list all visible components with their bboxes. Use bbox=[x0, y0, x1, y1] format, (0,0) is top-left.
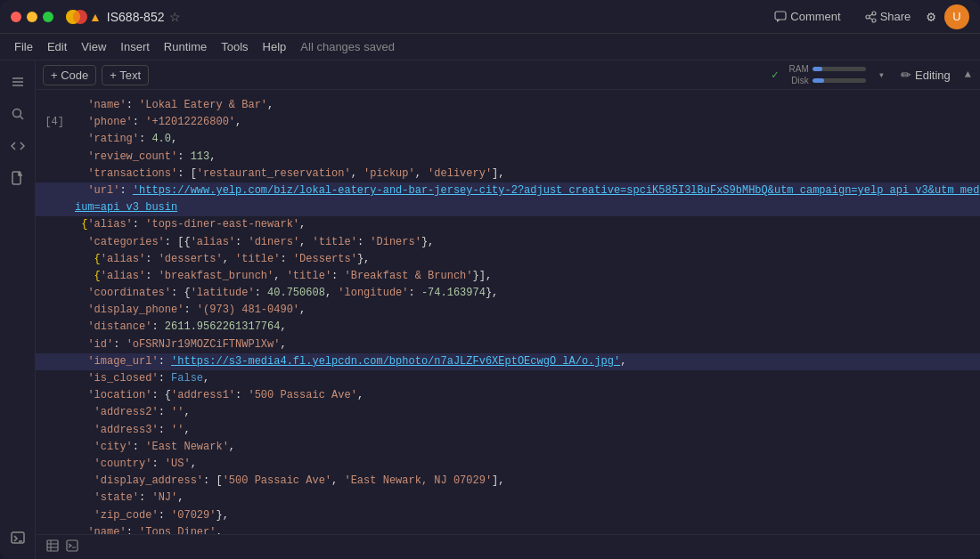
bottom-table-icon[interactable] bbox=[43, 538, 62, 557]
line-number bbox=[43, 302, 75, 319]
menu-view[interactable]: View bbox=[74, 37, 113, 56]
code-line-22: 'display_address': ['500 Passaic Ave', '… bbox=[36, 473, 980, 490]
code-line-16: 'is_closed': False, bbox=[36, 370, 980, 387]
sidebar-terminal-icon[interactable] bbox=[4, 523, 32, 552]
line-number bbox=[43, 456, 75, 473]
maximize-button[interactable] bbox=[43, 12, 53, 22]
code-line-10: {'alias': 'breakfast_brunch', 'title': '… bbox=[36, 268, 980, 285]
line-number bbox=[43, 490, 75, 506]
ram-bar-fill bbox=[813, 67, 822, 71]
disk-label: Disk bbox=[784, 76, 809, 85]
ram-disk-dropdown-icon[interactable]: ▾ bbox=[875, 67, 888, 84]
code-line-3: 'rating': 4.0, bbox=[36, 131, 980, 148]
settings-icon[interactable]: ⚙ bbox=[927, 8, 935, 26]
line-number bbox=[43, 251, 75, 268]
notebook-area: + Code + Text ✓ RAM Disk bbox=[36, 61, 980, 559]
menu-bar: File Edit View Insert Runtime Tools Help… bbox=[0, 34, 980, 61]
line-number bbox=[43, 387, 75, 404]
colab-logo-icon bbox=[64, 8, 89, 26]
sidebar-files-icon[interactable] bbox=[4, 164, 32, 192]
line-number bbox=[43, 473, 75, 490]
sidebar-toc-icon[interactable] bbox=[4, 68, 32, 96]
svg-rect-18 bbox=[47, 540, 58, 551]
code-line-8: 'categories': [{'alias': 'diners', 'titl… bbox=[36, 234, 980, 251]
ram-row: RAM bbox=[784, 64, 866, 74]
svg-line-8 bbox=[869, 18, 872, 20]
line-number bbox=[43, 182, 75, 216]
drive-icon: ▲ bbox=[89, 10, 102, 24]
line-number-special: [4] bbox=[43, 114, 75, 131]
notebook-name-label: IS688-852 bbox=[107, 10, 165, 24]
code-line-14: 'id': 'oFSRNJr19MOZCiFTNWPlXw', bbox=[36, 336, 980, 353]
code-line-20: 'city': 'East Newark', bbox=[36, 439, 980, 456]
add-code-button[interactable]: + Code bbox=[43, 65, 96, 85]
svg-point-6 bbox=[872, 19, 876, 22]
editing-label: Editing bbox=[915, 69, 951, 82]
line-number bbox=[43, 285, 75, 302]
sidebar-code-icon[interactable] bbox=[4, 132, 32, 160]
disk-row: Disk bbox=[784, 76, 866, 85]
comment-icon bbox=[774, 11, 787, 23]
collapse-icon[interactable]: ▲ bbox=[963, 67, 973, 83]
editing-button[interactable]: ✏ Editing bbox=[894, 65, 958, 85]
menu-help[interactable]: Help bbox=[256, 37, 294, 56]
code-line-12: 'display_phone': '(973) 481-0490', bbox=[36, 302, 980, 319]
line-number bbox=[43, 353, 75, 370]
line-number bbox=[43, 524, 75, 534]
svg-rect-3 bbox=[775, 12, 786, 20]
code-line-24: 'zip_code': '07029'}, bbox=[36, 507, 980, 524]
line-number bbox=[43, 370, 75, 387]
code-line-17: 'location': {'address1': '500 Passaic Av… bbox=[36, 387, 980, 404]
svg-point-12 bbox=[12, 109, 20, 117]
comment-button[interactable]: Comment bbox=[767, 6, 847, 27]
line-number bbox=[43, 404, 75, 421]
ram-label: RAM bbox=[784, 64, 809, 74]
code-line-11: 'coordinates': {'latitude': 40.750608, '… bbox=[36, 285, 980, 302]
code-line-13: 'distance': 2611.9562261317764, bbox=[36, 319, 980, 336]
code-line-6-url: 'url': 'https://www.yelp.com/biz/lokal-e… bbox=[36, 182, 980, 216]
share-button[interactable]: Share bbox=[857, 6, 919, 27]
add-text-button[interactable]: + Text bbox=[102, 65, 149, 85]
bottom-terminal-icon[interactable] bbox=[62, 538, 82, 557]
code-line-15-url: 'image_url': 'https://s3-media4.fl.yelpc… bbox=[36, 353, 980, 370]
line-number bbox=[43, 216, 75, 233]
bottom-toolbar bbox=[36, 534, 980, 559]
minimize-button[interactable] bbox=[27, 12, 37, 22]
menu-file[interactable]: File bbox=[7, 37, 40, 56]
ram-bar bbox=[813, 67, 866, 71]
close-button[interactable] bbox=[11, 12, 21, 22]
code-line-21: 'country': 'US', bbox=[36, 456, 980, 473]
svg-point-4 bbox=[866, 15, 870, 19]
svg-line-7 bbox=[869, 14, 872, 16]
menu-edit[interactable]: Edit bbox=[40, 37, 74, 56]
line-number bbox=[43, 131, 75, 148]
avatar[interactable]: U bbox=[944, 4, 969, 29]
code-area[interactable]: 'name': 'Lokal Eatery & Bar', [4] 'phone… bbox=[36, 90, 980, 534]
code-line-23: 'state': 'NJ', bbox=[36, 490, 980, 506]
disk-bar-fill bbox=[813, 78, 824, 83]
sidebar-search-icon[interactable] bbox=[4, 100, 32, 128]
code-line-2: [4] 'phone': '+12012226800', bbox=[36, 114, 980, 131]
menu-runtime[interactable]: Runtime bbox=[157, 37, 214, 56]
line-number bbox=[43, 507, 75, 524]
svg-point-2 bbox=[66, 10, 80, 24]
code-line-4: 'review_count': 113, bbox=[36, 149, 980, 166]
editing-pencil-icon: ✏ bbox=[901, 68, 911, 82]
code-line-9: {'alias': 'desserts', 'title': 'Desserts… bbox=[36, 251, 980, 268]
line-number bbox=[43, 319, 75, 336]
line-number bbox=[43, 234, 75, 251]
line-number bbox=[43, 422, 75, 439]
code-line-18: 'address2': '', bbox=[36, 404, 980, 421]
code-line-1: 'name': 'Lokal Eatery & Bar', bbox=[36, 97, 980, 114]
traffic-lights bbox=[11, 12, 53, 22]
line-number bbox=[43, 336, 75, 353]
code-line-5: 'transactions': ['restaurant_reservation… bbox=[36, 166, 980, 182]
menu-insert[interactable]: Insert bbox=[113, 37, 157, 56]
star-icon[interactable]: ☆ bbox=[169, 10, 181, 24]
cell-toolbar: + Code + Text ✓ RAM Disk bbox=[36, 61, 980, 90]
share-icon bbox=[864, 11, 877, 23]
ram-check-icon: ✓ bbox=[772, 68, 779, 82]
menu-tools[interactable]: Tools bbox=[214, 37, 255, 56]
title-bar: ▲ IS688-852 ☆ Comment Share ⚙ U bbox=[0, 0, 980, 34]
ram-disk-indicator: RAM Disk bbox=[784, 64, 866, 85]
